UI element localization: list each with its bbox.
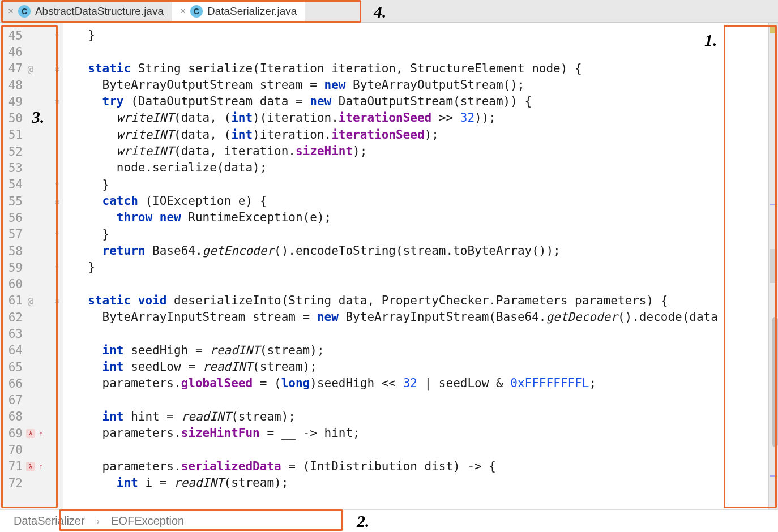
line-number: 47 [3, 62, 23, 75]
tab-abstractdatastructure[interactable]: × C AbstractDataStructure.java [0, 0, 172, 22]
line-number: 67 [3, 393, 23, 407]
line-number: 66 [3, 377, 23, 391]
fold-icon[interactable]: ⊟ [55, 97, 59, 106]
gutter-line[interactable]: 57⌃ [0, 226, 63, 243]
fold-icon[interactable]: ⌃ [55, 230, 59, 239]
gutter-line[interactable]: 53 [0, 160, 63, 176]
up-arrow-icon: ↑ [39, 462, 43, 471]
line-number: 45 [3, 29, 23, 42]
line-number: 49 [3, 95, 23, 109]
gutter-line[interactable]: 56 [0, 209, 63, 226]
line-number: 57 [3, 228, 23, 241]
class-icon: C [190, 5, 203, 18]
gutter-line[interactable]: 59⌃ [0, 259, 63, 276]
line-number: 72 [3, 477, 23, 490]
gutter-line[interactable]: 52 [0, 143, 63, 160]
line-number: 65 [3, 361, 23, 374]
editor: 45⌃4647@⊟4849⊟5051525354⌃55⊟5657⌃5859⌃60… [0, 23, 778, 509]
lambda-icon[interactable]: λ [26, 429, 35, 438]
chevron-right-icon: › [96, 514, 100, 527]
warning-marker[interactable] [770, 27, 777, 33]
gutter-line[interactable]: 68 [0, 409, 63, 425]
scrollbar-thumb[interactable] [772, 317, 778, 447]
line-number: 54 [3, 178, 23, 191]
line-number: 63 [3, 327, 23, 341]
line-number: 64 [3, 344, 23, 357]
gutter[interactable]: 45⌃4647@⊟4849⊟5051525354⌃55⊟5657⌃5859⌃60… [0, 23, 63, 509]
fold-icon[interactable]: ⊟ [55, 296, 59, 305]
line-number: 61 [3, 294, 23, 307]
gutter-line[interactable]: 51 [0, 127, 63, 143]
breadcrumb: DataSerializer › EOFException [0, 509, 778, 532]
line-number: 53 [3, 161, 23, 175]
line-number: 56 [3, 211, 23, 225]
line-number: 46 [3, 45, 23, 59]
gutter-line[interactable]: 48 [0, 77, 63, 93]
close-icon[interactable]: × [180, 6, 186, 16]
gutter-line[interactable]: 55⊟ [0, 193, 63, 209]
tab-bar: × C AbstractDataStructure.java × C DataS… [0, 0, 778, 23]
line-number: 62 [3, 311, 23, 324]
line-number: 71 [3, 460, 23, 473]
callout-label-2: 2. [357, 512, 370, 531]
gutter-line[interactable]: 54⌃ [0, 177, 63, 193]
close-icon[interactable]: × [8, 6, 14, 16]
gutter-line[interactable]: 62 [0, 309, 63, 325]
gutter-line[interactable]: 69λ↑ [0, 425, 63, 441]
gutter-line[interactable]: 70 [0, 441, 63, 458]
fold-icon[interactable]: ⌃ [55, 180, 59, 189]
line-number: 51 [3, 128, 23, 141]
line-number: 59 [3, 261, 23, 274]
callout-label-4: 4. [374, 2, 387, 22]
breadcrumb-item[interactable]: DataSerializer [14, 514, 85, 527]
gutter-annotation: @ [26, 295, 35, 307]
gutter-line[interactable]: 64 [0, 342, 63, 359]
gutter-line[interactable]: 46 [0, 44, 63, 60]
line-number: 70 [3, 443, 23, 457]
range-marker[interactable] [770, 249, 777, 283]
gutter-line[interactable]: 65 [0, 359, 63, 375]
lambda-icon[interactable]: λ [26, 462, 35, 471]
up-arrow-icon: ↑ [39, 429, 43, 438]
line-number: 48 [3, 79, 23, 92]
tab-label: DataSerializer.java [207, 5, 297, 18]
tab-dataserializer[interactable]: × C DataSerializer.java [172, 0, 305, 22]
fold-icon[interactable]: ⌃ [55, 263, 59, 272]
gutter-line[interactable]: 66 [0, 375, 63, 392]
gutter-line[interactable]: 60 [0, 276, 63, 292]
callout-label-3: 3. [32, 108, 45, 127]
class-icon: C [18, 5, 31, 18]
marker-strip[interactable] [768, 23, 778, 509]
gutter-line[interactable]: 63 [0, 325, 63, 342]
gutter-line[interactable]: 71λ↑ [0, 458, 63, 475]
callout-label-1: 1. [704, 31, 717, 50]
fold-icon[interactable]: ⊟ [55, 64, 59, 73]
gutter-line[interactable]: 45⌃ [0, 27, 63, 44]
tab-label: AbstractDataStructure.java [35, 5, 164, 18]
gutter-line[interactable]: 47@⊟ [0, 61, 63, 77]
line-number: 50 [3, 111, 23, 125]
line-number: 52 [3, 145, 23, 158]
line-number: 69 [3, 427, 23, 440]
caret-marker [770, 204, 777, 205]
line-number: 60 [3, 277, 23, 291]
line-number: 68 [3, 410, 23, 423]
line-number: 55 [3, 195, 23, 208]
gutter-line[interactable]: 72 [0, 475, 63, 491]
gutter-line[interactable]: 67 [0, 392, 63, 409]
fold-icon[interactable]: ⌃ [55, 31, 59, 40]
gutter-annotation: @ [26, 63, 35, 75]
line-number: 58 [3, 244, 23, 258]
gutter-line[interactable]: 61@⊟ [0, 293, 63, 309]
caret-marker [770, 475, 777, 477]
fold-icon[interactable]: ⊟ [55, 197, 59, 206]
gutter-line[interactable]: 58 [0, 243, 63, 259]
breadcrumb-item[interactable]: EOFException [111, 514, 184, 527]
code-area[interactable]: } static String serialize(Iteration iter… [63, 23, 768, 509]
